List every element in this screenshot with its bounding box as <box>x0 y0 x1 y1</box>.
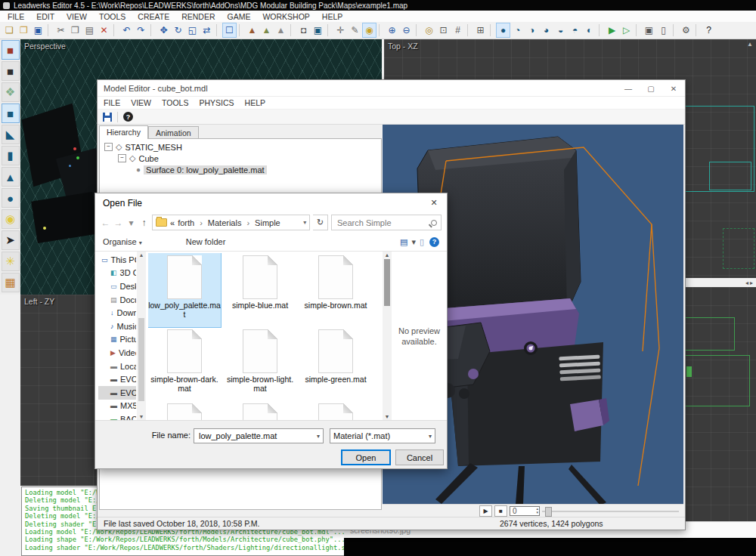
file-name-input[interactable] <box>197 431 317 441</box>
menu-item[interactable]: CREATE <box>138 12 169 21</box>
menu-item[interactable]: TOOLS <box>162 98 188 107</box>
menu-item[interactable]: TOOLS <box>99 12 125 21</box>
combo-arrow-icon[interactable]: ▾ <box>429 433 435 440</box>
options-icon[interactable]: ⚙ <box>680 23 692 37</box>
preview-pane-icon[interactable]: ▯ <box>420 237 424 247</box>
open-icon[interactable]: ❐ <box>17 23 30 37</box>
scroll-up-icon[interactable]: ▲ <box>137 252 146 258</box>
tree-row-surface[interactable]: ● Surface 0: low_poly_palette.mat <box>100 164 381 175</box>
emitter-icon[interactable]: ✳ <box>2 252 20 271</box>
tree-row-static-mesh[interactable]: − ◇ STATIC_MESH <box>100 141 381 153</box>
scroll-down-icon[interactable]: ▼ <box>383 414 392 419</box>
sidebar-item-evo850-2[interactable]: ▬ EVO850 <box>98 386 136 400</box>
menu-item[interactable]: FILE <box>8 12 24 21</box>
file-list-scrollbar[interactable]: ▲ ▼ <box>383 252 392 420</box>
file-simple-green[interactable]: simple-green.mat <box>299 327 372 401</box>
play-button[interactable]: ▶ <box>479 505 492 517</box>
sidebar-item-3d-objects[interactable]: ◧ 3D Obj <box>98 267 136 280</box>
model-editor-titlebar[interactable]: Model Editor - cube_bot.mdl <box>98 80 685 97</box>
sidebar-item-pictures[interactable]: ▦ Picture <box>98 333 136 347</box>
tab-animation[interactable]: Animation <box>148 126 199 139</box>
snap-icon[interactable]: # <box>451 23 464 37</box>
dialog-help-icon[interactable]: ? <box>429 237 439 247</box>
breadcrumb-segment[interactable]: Materials <box>208 218 249 227</box>
move-icon[interactable]: ✥ <box>157 23 170 37</box>
toolbar-icon[interactable] <box>239 24 243 36</box>
file-name-combo[interactable]: ▾ <box>194 428 324 443</box>
back-icon[interactable]: ← <box>101 218 110 228</box>
rotate-icon[interactable]: ↻ <box>172 23 184 37</box>
run-icon[interactable]: ▶ <box>606 23 618 37</box>
save-icon[interactable]: ▣ <box>32 23 45 37</box>
collapse-icon[interactable]: − <box>118 154 126 162</box>
primitive-box-icon[interactable]: ■ <box>2 103 20 123</box>
paste-icon[interactable]: ▤ <box>83 23 96 37</box>
scrollbar-thumb[interactable] <box>138 318 144 401</box>
tree-row-cube[interactable]: − ◇ Cube <box>100 153 381 164</box>
zoom-in-icon[interactable]: ⊕ <box>386 23 398 37</box>
views-arrow-icon[interactable]: ▾ <box>411 237 416 247</box>
menu-item[interactable]: HELP <box>245 98 265 107</box>
tab-hierarchy[interactable]: Hierarchy <box>99 125 148 139</box>
refresh-icon[interactable]: ↻ <box>313 215 328 230</box>
viewport-split-4-icon[interactable]: ◕ <box>540 23 553 37</box>
lock-icon[interactable]: ◉ <box>363 23 376 37</box>
sidebar-item-documents[interactable]: ▤ Docum <box>98 293 136 307</box>
viewport-split-5-icon[interactable]: ◒ <box>554 23 567 37</box>
terrain-lower-icon[interactable]: ▲ <box>260 23 273 37</box>
file-low-poly-palette[interactable]: low_poly_palette.mat <box>148 253 221 327</box>
crate-model-icon[interactable]: ▦ <box>2 273 20 292</box>
select-area-icon[interactable]: ☐ <box>223 23 236 37</box>
sidebar-item-backup[interactable]: ▬ BACKL <box>98 412 136 420</box>
menu-item[interactable]: EDIT <box>36 12 54 21</box>
dialog-titlebar[interactable]: Open File <box>95 193 447 212</box>
frame-icon[interactable]: ▯ <box>657 23 670 37</box>
toolbar-icon[interactable] <box>696 24 699 36</box>
close-icon[interactable]: ✕ <box>662 80 685 97</box>
toolbar-icon[interactable] <box>636 24 640 36</box>
menu-item[interactable]: VIEW <box>67 12 87 21</box>
address-dropdown-icon[interactable]: ▾ <box>303 219 306 226</box>
new-folder-button[interactable]: New folder <box>186 237 226 246</box>
vegetation-icon[interactable]: ◘ <box>297 23 310 37</box>
toolbar-icon[interactable] <box>467 24 471 36</box>
splitter-left-icon[interactable]: ◂ <box>745 280 748 286</box>
toolbar-icon[interactable] <box>490 24 494 36</box>
menu-item[interactable]: VIEW <box>131 98 151 107</box>
water-icon[interactable]: ▣ <box>311 23 324 37</box>
zoom-out-icon[interactable]: ⊖ <box>400 23 413 37</box>
sidebar-scrollbar[interactable]: ▲ ▼ <box>137 252 146 420</box>
menu-item[interactable]: FILE <box>104 98 120 107</box>
scale-icon[interactable]: ◱ <box>186 23 199 37</box>
sidebar-item-mx500[interactable]: ▬ MX500 <box>98 400 136 413</box>
combo-arrow-icon[interactable]: ▾ <box>317 433 323 440</box>
breadcrumb-segment[interactable]: Simple <box>255 218 280 227</box>
menu-item[interactable]: PHYSICS <box>199 98 234 107</box>
stop-button[interactable]: ■ <box>494 505 507 517</box>
menu-item[interactable]: RENDER <box>181 12 215 21</box>
brush-dark-box-icon[interactable]: ■ <box>2 61 20 81</box>
undo-icon[interactable]: ↶ <box>120 23 133 37</box>
terrain-raise-icon[interactable]: ▲ <box>246 23 259 37</box>
sidebar-item-videos[interactable]: ▶ Videos <box>98 346 136 360</box>
sidebar-item-downloads[interactable]: ↓ Downl <box>98 306 136 320</box>
menu-item[interactable]: GAME <box>228 12 251 21</box>
picker-icon[interactable]: ✎ <box>349 23 361 37</box>
viewport-split-6-icon[interactable]: ◓ <box>569 23 581 37</box>
toolbar-icon[interactable] <box>216 24 220 36</box>
file-partial-3[interactable] <box>299 401 372 420</box>
file-simple-brown-dark[interactable]: simple-brown-dark.mat <box>148 327 221 401</box>
file-simple-brown-light[interactable]: simple-brown-light.mat <box>224 327 296 401</box>
search-input[interactable] <box>336 218 431 228</box>
maximize-icon[interactable]: ▢ <box>640 80 662 97</box>
address-bar[interactable]: « forthMaterialsSimple ▾ <box>152 215 310 230</box>
file-simple-brown[interactable]: simple-brown.mat <box>299 253 372 327</box>
sidebar-item-desktop[interactable]: ▭ Deskto <box>98 280 136 293</box>
pick-entity-icon[interactable]: ➤ <box>2 230 20 250</box>
viewport-split-7-icon[interactable]: ◐ <box>583 23 596 37</box>
run-debug-icon[interactable]: ▷ <box>620 23 633 37</box>
menu-item[interactable]: HELP <box>322 12 342 21</box>
help-icon[interactable]: ? <box>123 112 133 122</box>
recent-locations-icon[interactable]: ▾ <box>126 218 136 228</box>
mirror-icon[interactable]: ⇄ <box>200 23 213 37</box>
